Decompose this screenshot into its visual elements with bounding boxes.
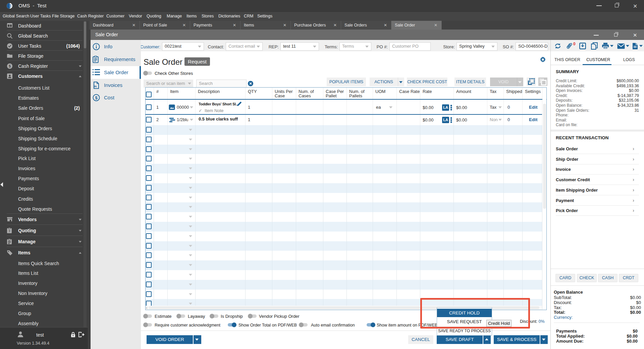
svg-text:?: ? xyxy=(8,230,10,233)
svg-text:$: $ xyxy=(9,64,11,68)
svg-text:$: $ xyxy=(95,95,98,100)
svg-text:IN: IN xyxy=(94,85,97,88)
